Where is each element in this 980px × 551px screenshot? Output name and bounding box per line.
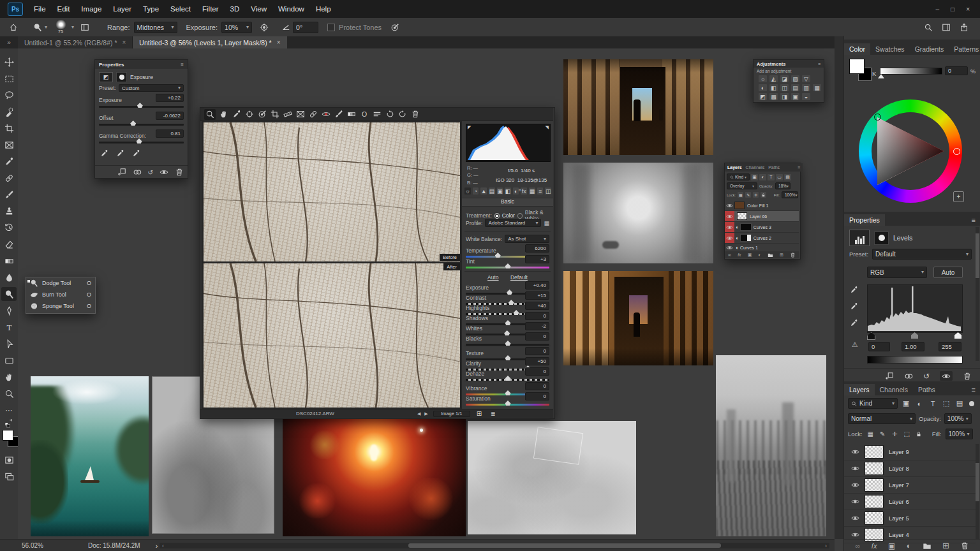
dodge-tool-preset-icon[interactable]	[33, 23, 42, 32]
panel-menu-icon[interactable]: ≡	[818, 62, 820, 66]
acr-rotate-left-icon[interactable]	[385, 110, 394, 119]
color-wheel[interactable]	[859, 99, 962, 203]
zoom-percentage-field[interactable]: 56.02%	[22, 542, 43, 549]
slider-value-field[interactable]: 0	[525, 367, 549, 376]
hand-tool[interactable]	[1, 370, 17, 384]
menu-layer[interactable]: Layer	[107, 0, 137, 18]
slider-value-field[interactable]: 0	[525, 347, 549, 355]
layer-name[interactable]: Curves 3	[754, 225, 771, 230]
smoothing-target-icon[interactable]	[390, 23, 399, 32]
menu-window[interactable]: Window	[272, 0, 310, 18]
white-point-dropper-icon[interactable]	[132, 149, 140, 158]
white-input-field[interactable]: 255	[939, 342, 961, 351]
dodge-tool[interactable]	[1, 287, 17, 301]
new-adjustment-icon[interactable]: ◐	[758, 253, 761, 257]
marquee-tool[interactable]	[1, 71, 17, 85]
acr-preview-area[interactable]: Before After	[202, 121, 462, 409]
visibility-eye-icon[interactable]	[160, 168, 168, 177]
menu-view[interactable]: View	[245, 0, 272, 18]
scroll-left-icon[interactable]: ‹	[162, 543, 164, 549]
filter-shape-icon[interactable]: ⬚	[941, 399, 951, 408]
treatment-color-radio[interactable]	[494, 213, 500, 219]
slider-value-field[interactable]: -2	[525, 322, 549, 330]
eyedropper-tool[interactable]	[1, 154, 17, 168]
adjustment-icons-row-2[interactable]: ◐◧◫▤▥▦	[759, 84, 821, 91]
tab-untitled-3[interactable]: Untitled-3 @ 56% (Levels 1, Layer Mask/8…	[133, 36, 286, 48]
prev-image-icon[interactable]: ◀	[417, 411, 420, 416]
workspace-switcher-icon[interactable]	[942, 23, 951, 32]
slider-value-field[interactable]: +15	[525, 291, 549, 300]
layer-mask-icon[interactable]	[874, 231, 889, 245]
panel-menu-icon[interactable]: ≡	[798, 165, 800, 170]
healing-brush-tool[interactable]	[1, 171, 17, 185]
tool-preset-chevron-icon[interactable]: ▾	[45, 25, 47, 30]
split-view-icon[interactable]: ⊞	[477, 410, 482, 417]
tab-gradients[interactable]: Gradients	[910, 43, 949, 55]
scroll-right-icon[interactable]: ›	[825, 543, 827, 549]
layer-row[interactable]: Color Fill 1	[725, 200, 799, 211]
view-previous-state-icon[interactable]	[904, 372, 913, 381]
adjustment-icons-row-1[interactable]: ☼◭◪▨▽	[759, 75, 810, 82]
auto-button[interactable]: Auto	[933, 267, 963, 278]
tint-value[interactable]: +3	[525, 255, 549, 263]
levels-histogram[interactable]	[867, 284, 963, 333]
scrollbar-thumb[interactable]	[408, 543, 721, 548]
acr-graduated-filter-icon[interactable]	[347, 110, 356, 119]
add-mask-icon[interactable]: ▣	[888, 541, 895, 550]
window-maximize-icon[interactable]: □	[951, 6, 954, 13]
tab-close-icon[interactable]: ×	[277, 39, 281, 46]
gray-point-dropper-icon[interactable]	[850, 302, 858, 311]
blend-mode-select[interactable]: Normal▾	[848, 413, 916, 424]
treatment-bw-radio[interactable]	[517, 213, 523, 219]
tab-paths[interactable]: Paths	[913, 384, 940, 395]
tab-channels[interactable]: Channels	[746, 165, 765, 170]
shape-tool[interactable]	[1, 353, 17, 367]
flyout-burn-tool[interactable]: Burn Tool O	[26, 289, 95, 300]
layer-row[interactable]: ◐ Curves 3	[725, 222, 799, 233]
foreground-color-swatch[interactable]	[3, 430, 13, 441]
menu-3d[interactable]: 3D	[225, 0, 246, 18]
acr-transform-icon[interactable]	[296, 110, 305, 119]
acr-targeted-adjust-icon[interactable]	[258, 110, 267, 119]
menu-image[interactable]: Image	[75, 0, 107, 18]
k-value-field[interactable]: 0	[945, 66, 968, 75]
black-point-dropper-icon[interactable]	[850, 286, 858, 294]
tab-layers[interactable]: Layers	[844, 384, 875, 395]
profile-select[interactable]: Adobe Standard▾	[485, 219, 541, 227]
lock-transparency-icon[interactable]: ▦	[866, 430, 875, 437]
layer-style-icon[interactable]: fx	[872, 542, 877, 550]
acr-crop-icon[interactable]	[271, 110, 279, 119]
dock-scrollbar[interactable]	[976, 227, 979, 361]
clip-to-layer-icon[interactable]	[117, 168, 126, 177]
acr-redeye-icon[interactable]	[322, 110, 330, 119]
clip-to-layer-icon[interactable]	[885, 372, 894, 381]
visibility-eye-icon[interactable]	[940, 371, 953, 381]
link-layers-icon[interactable]: ∞	[856, 542, 861, 550]
dehaze-slider[interactable]: Dehaze0	[466, 369, 549, 381]
acr-default-link[interactable]: Default	[510, 274, 528, 281]
layer-row[interactable]: Layer 8	[844, 460, 976, 477]
black-point-dropper-icon[interactable]	[100, 149, 108, 158]
panel-expander-icon[interactable]: »	[0, 36, 18, 48]
quick-mask-icon[interactable]	[1, 453, 17, 467]
tab-patterns[interactable]: Patterns	[949, 43, 980, 55]
new-adjustment-icon[interactable]: ◐	[907, 541, 911, 550]
levels-adjustment-icon[interactable]	[849, 230, 870, 246]
menu-filter[interactable]: Filter	[197, 0, 225, 18]
highlight-clip-icon[interactable]: ◥	[546, 125, 549, 130]
delete-layer-icon[interactable]	[790, 251, 796, 260]
brush-preview[interactable]: 75	[52, 20, 69, 35]
menu-type[interactable]: Type	[137, 0, 165, 18]
layer-mask-icon[interactable]	[116, 72, 127, 82]
eraser-tool[interactable]	[1, 237, 17, 251]
acr-panel-tabs[interactable]: ☼◔▲▤▣◧◐fx▦≡◫	[464, 187, 551, 195]
mask-thumbnail[interactable]	[740, 223, 752, 231]
acr-histogram[interactable]: ◤ ◥	[466, 124, 551, 162]
adjustment-icons-row-3[interactable]: ◩▩◨▣◒	[759, 93, 810, 100]
view-previous-state-icon[interactable]	[133, 168, 142, 177]
search-icon[interactable]	[924, 23, 933, 32]
layer-row[interactable]: ◐ Curves 1	[725, 244, 799, 251]
menu-select[interactable]: Select	[165, 0, 197, 18]
visibility-eye-icon[interactable]	[725, 222, 734, 232]
tab-swatches[interactable]: Swatches	[870, 43, 910, 55]
